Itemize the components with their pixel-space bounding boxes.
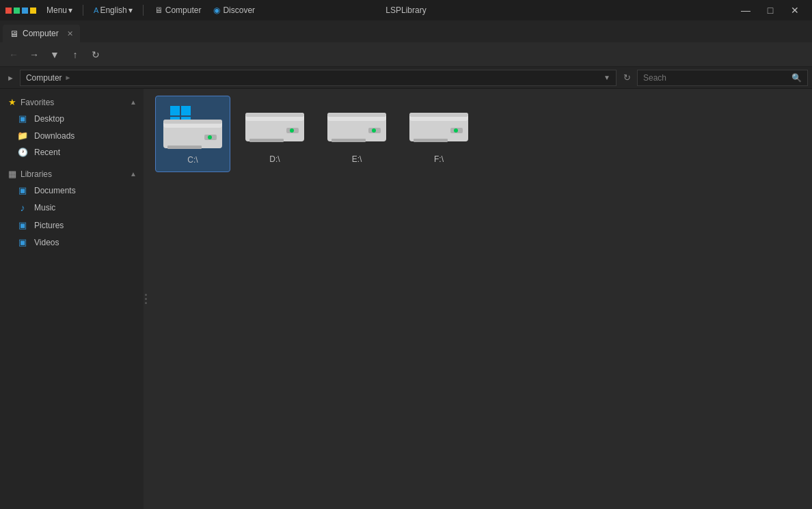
favorites-section-header[interactable]: ★ Favorites ▲ <box>0 94 144 110</box>
sidebar-item-music[interactable]: ♪ Music <box>0 199 144 217</box>
back-button[interactable]: ← <box>4 45 23 64</box>
language-button[interactable]: A English ▾ <box>90 4 136 16</box>
svg-rect-15 <box>249 139 284 142</box>
sidebar-item-videos-label: Videos <box>34 238 59 247</box>
libraries-label: Libraries <box>21 169 52 179</box>
tab-computer-icon: 🖥 <box>10 29 18 39</box>
videos-icon: ▣ <box>16 237 29 247</box>
sidebar-item-recent[interactable]: 🕐 Recent <box>0 144 144 161</box>
favorites-label: Favorites <box>21 98 54 107</box>
sidebar-item-music-label: Music <box>34 203 55 212</box>
search-box: 🔍 <box>637 70 808 86</box>
favorites-collapse-icon[interactable]: ▲ <box>130 98 137 106</box>
handle-dot-1 <box>145 294 147 296</box>
content-area: C:\ D:\ <box>148 89 812 509</box>
svg-point-26 <box>454 128 458 133</box>
addr-segment-arrow: ► <box>65 74 72 81</box>
addr-refresh-button[interactable]: ↻ <box>619 70 634 85</box>
tabbar: 🖥 Computer ✕ <box>0 20 812 42</box>
downloads-icon: 📁 <box>16 130 29 141</box>
sidebar-item-desktop[interactable]: ▣ Desktop <box>0 110 144 127</box>
libraries-section-header[interactable]: ▦ Libraries ▲ <box>0 166 144 182</box>
tab-computer[interactable]: 🖥 Computer ✕ <box>3 25 80 42</box>
svg-point-14 <box>290 128 294 133</box>
app-squares <box>5 8 36 14</box>
sidebar-item-documents[interactable]: ▣ Documents <box>0 182 144 199</box>
sidebar-item-pictures[interactable]: ▣ Pictures <box>0 217 144 234</box>
svg-point-8 <box>208 135 212 139</box>
history-dropdown-button[interactable]: ▼ <box>45 45 64 64</box>
nav-discover[interactable]: ◉ Discover <box>209 4 259 16</box>
sq-yellow <box>30 8 36 14</box>
lang-arrow: ▾ <box>128 5 133 15</box>
sidebar-item-videos[interactable]: ▣ Videos <box>0 234 144 251</box>
svg-rect-21 <box>331 139 366 142</box>
up-button[interactable]: ↑ <box>66 45 85 64</box>
addr-segment-computer[interactable]: Computer <box>26 73 62 83</box>
search-icon[interactable]: 🔍 <box>791 73 802 83</box>
addr-dropdown-arrow[interactable]: ▼ <box>604 74 610 81</box>
documents-icon: ▣ <box>16 185 29 195</box>
desktop-icon: ▣ <box>16 113 29 124</box>
music-icon: ♪ <box>16 202 29 213</box>
svg-rect-6 <box>163 120 222 124</box>
drive-c[interactable]: C:\ <box>155 96 230 172</box>
resize-handle[interactable] <box>144 89 148 509</box>
drive-f[interactable]: F:\ <box>401 96 476 172</box>
sidebar-item-documents-label: Documents <box>34 186 76 195</box>
favorites-title: ★ Favorites <box>8 97 54 107</box>
tab-close-button[interactable]: ✕ <box>67 29 73 38</box>
search-input[interactable] <box>643 73 787 83</box>
drive-d[interactable]: D:\ <box>237 96 312 172</box>
svg-rect-12 <box>245 113 304 117</box>
svg-rect-1 <box>181 106 191 115</box>
libraries-collapse-icon[interactable]: ▲ <box>130 170 137 178</box>
sidebar-divider-1 <box>0 161 144 166</box>
menu-button[interactable]: Menu ▾ <box>43 4 76 16</box>
titlebar-left: Menu ▾ A English ▾ 🖥 Computer ◉ Discover <box>5 4 734 16</box>
app-title: LSPLibrary <box>385 5 426 15</box>
drive-e-hdd-svg <box>326 109 388 146</box>
drive-f-icon-wrapper <box>408 102 470 152</box>
sidebar-item-pictures-label: Pictures <box>34 221 64 230</box>
addr-root-chevron[interactable]: ► <box>4 72 17 83</box>
window-controls: — □ ✕ <box>734 0 807 20</box>
forward-button[interactable]: → <box>25 45 44 64</box>
main-area: ★ Favorites ▲ ▣ Desktop 📁 Downloads 🕐 Re… <box>0 89 812 509</box>
svg-point-20 <box>372 128 376 133</box>
drive-e[interactable]: E:\ <box>319 96 394 172</box>
drive-e-label: E:\ <box>352 154 362 164</box>
favorites-star-icon: ★ <box>8 97 16 107</box>
svg-rect-0 <box>170 106 180 115</box>
sidebar: ★ Favorites ▲ ▣ Desktop 📁 Downloads 🕐 Re… <box>0 89 144 509</box>
nav-discover-label: Discover <box>223 5 255 15</box>
svg-rect-24 <box>409 113 468 117</box>
svg-rect-18 <box>327 113 386 117</box>
nav-computer-label: Computer <box>165 5 202 15</box>
drive-f-hdd-svg <box>408 109 470 146</box>
svg-rect-27 <box>414 139 448 142</box>
drive-c-hdd-svg <box>162 115 224 152</box>
nav-computer[interactable]: 🖥 Computer <box>150 4 206 16</box>
drive-c-icon-wrapper <box>162 103 224 152</box>
address-path[interactable]: Computer ► ▼ <box>20 70 617 86</box>
libraries-icon: ▦ <box>8 169 16 179</box>
toolbar: ← → ▼ ↑ ↻ <box>0 42 812 67</box>
menu-arrow: ▾ <box>68 5 72 15</box>
menu-label: Menu <box>46 5 67 15</box>
sep2 <box>143 5 144 16</box>
drive-d-icon-wrapper <box>244 102 306 152</box>
sep1 <box>83 5 83 16</box>
tab-computer-label: Computer <box>23 29 59 38</box>
sq-blue <box>22 8 28 14</box>
sq-red <box>5 8 12 14</box>
maximize-button[interactable]: □ <box>759 0 782 20</box>
sq-green <box>14 8 20 14</box>
refresh-button[interactable]: ↻ <box>86 45 105 64</box>
close-button[interactable]: ✕ <box>783 0 807 20</box>
lang-icon: A <box>94 6 98 14</box>
drive-c-label: C:\ <box>187 155 198 165</box>
minimize-button[interactable]: — <box>734 0 757 20</box>
sidebar-item-downloads[interactable]: 📁 Downloads <box>0 127 144 144</box>
recent-icon: 🕐 <box>16 148 29 157</box>
